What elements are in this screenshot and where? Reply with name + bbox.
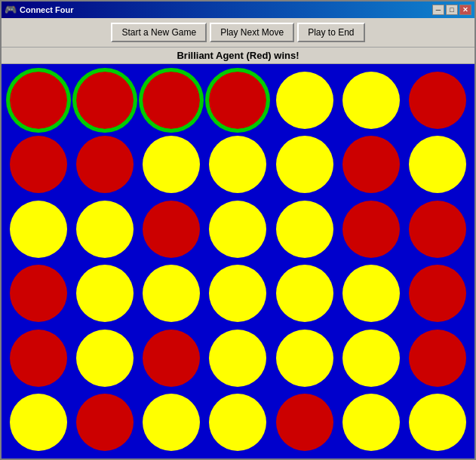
cell-4-3[interactable] xyxy=(207,328,269,388)
cell-2-1[interactable] xyxy=(74,199,136,259)
disc-5-2 xyxy=(143,394,200,451)
cell-5-0[interactable] xyxy=(8,393,69,453)
disc-2-2 xyxy=(143,201,200,258)
close-button[interactable]: ✕ xyxy=(459,5,471,15)
disc-2-0 xyxy=(10,201,67,258)
disc-5-0 xyxy=(10,394,67,451)
cell-2-5[interactable] xyxy=(340,199,402,259)
disc-4-4 xyxy=(276,330,333,387)
disc-5-4 xyxy=(276,394,333,451)
disc-4-5 xyxy=(342,330,400,387)
disc-2-4 xyxy=(276,201,333,258)
disc-4-2 xyxy=(143,330,200,387)
disc-2-3 xyxy=(209,201,266,258)
cell-1-4[interactable] xyxy=(274,135,336,195)
cell-0-6[interactable] xyxy=(407,70,468,130)
game-board-container xyxy=(2,64,474,458)
maximize-button[interactable]: □ xyxy=(446,5,458,15)
status-message: Brilliant Agent (Red) wins! xyxy=(177,50,299,61)
disc-4-3 xyxy=(209,330,266,387)
disc-1-3 xyxy=(209,136,266,193)
disc-1-6 xyxy=(409,136,466,193)
cell-2-4[interactable] xyxy=(274,199,336,259)
cell-2-6[interactable] xyxy=(407,199,468,259)
toolbar: Start a New Game Play Next Move Play to … xyxy=(2,18,474,48)
disc-3-2 xyxy=(143,265,200,322)
disc-0-5 xyxy=(342,72,400,129)
title-bar-left: 🎮 Connect Four xyxy=(5,4,74,16)
disc-3-5 xyxy=(342,265,400,322)
cell-3-1[interactable] xyxy=(74,264,136,324)
title-bar-controls: ─ □ ✕ xyxy=(432,5,471,15)
cell-4-6[interactable] xyxy=(407,328,468,388)
minimize-button[interactable]: ─ xyxy=(432,5,444,15)
disc-0-2 xyxy=(143,72,200,129)
main-window: 🎮 Connect Four ─ □ ✕ Start a New Game Pl… xyxy=(0,0,476,460)
disc-4-0 xyxy=(10,330,67,387)
cell-3-3[interactable] xyxy=(207,264,269,324)
disc-5-6 xyxy=(409,394,466,451)
cell-4-2[interactable] xyxy=(140,328,202,388)
disc-3-4 xyxy=(276,265,333,322)
cell-1-1[interactable] xyxy=(74,135,136,195)
disc-3-6 xyxy=(409,265,466,322)
disc-1-0 xyxy=(10,136,67,193)
disc-2-1 xyxy=(76,201,134,258)
cell-3-5[interactable] xyxy=(340,264,402,324)
app-icon: 🎮 xyxy=(5,4,17,16)
cell-1-3[interactable] xyxy=(207,135,269,195)
cell-1-5[interactable] xyxy=(340,135,402,195)
disc-3-0 xyxy=(10,265,67,322)
cell-0-1[interactable] xyxy=(74,70,136,130)
disc-0-3 xyxy=(209,72,266,129)
cell-2-2[interactable] xyxy=(140,199,202,259)
cell-5-3[interactable] xyxy=(207,393,269,453)
disc-0-6 xyxy=(409,72,466,129)
cell-0-5[interactable] xyxy=(340,70,402,130)
disc-1-4 xyxy=(276,136,333,193)
status-bar: Brilliant Agent (Red) wins! xyxy=(2,48,474,64)
cell-5-1[interactable] xyxy=(74,393,136,453)
cell-3-4[interactable] xyxy=(274,264,336,324)
disc-2-5 xyxy=(342,201,400,258)
disc-2-6 xyxy=(409,201,466,258)
cell-2-0[interactable] xyxy=(8,199,69,259)
cell-0-2[interactable] xyxy=(140,70,202,130)
play-end-button[interactable]: Play to End xyxy=(297,23,364,42)
cell-1-0[interactable] xyxy=(8,135,69,195)
cell-3-0[interactable] xyxy=(8,264,69,324)
disc-0-0 xyxy=(10,72,67,129)
cell-2-3[interactable] xyxy=(207,199,269,259)
play-next-button[interactable]: Play Next Move xyxy=(210,23,294,42)
disc-5-5 xyxy=(342,394,400,451)
disc-1-1 xyxy=(76,136,134,193)
disc-1-5 xyxy=(342,136,400,193)
cell-5-4[interactable] xyxy=(274,393,336,453)
cell-0-0[interactable] xyxy=(8,70,69,130)
new-game-button[interactable]: Start a New Game xyxy=(111,23,207,42)
cell-5-2[interactable] xyxy=(140,393,202,453)
disc-4-1 xyxy=(76,330,134,387)
game-board xyxy=(8,70,468,452)
cell-1-2[interactable] xyxy=(140,135,202,195)
disc-0-1 xyxy=(76,72,134,129)
cell-5-6[interactable] xyxy=(407,393,468,453)
cell-4-0[interactable] xyxy=(8,328,69,388)
disc-4-6 xyxy=(409,330,466,387)
disc-5-3 xyxy=(209,394,266,451)
disc-5-1 xyxy=(76,394,134,451)
cell-1-6[interactable] xyxy=(407,135,468,195)
title-bar: 🎮 Connect Four ─ □ ✕ xyxy=(2,2,474,18)
cell-4-1[interactable] xyxy=(74,328,136,388)
cell-0-4[interactable] xyxy=(274,70,336,130)
disc-0-4 xyxy=(276,72,333,129)
cell-3-6[interactable] xyxy=(407,264,468,324)
disc-3-3 xyxy=(209,265,266,322)
cell-0-3[interactable] xyxy=(207,70,269,130)
cell-4-4[interactable] xyxy=(274,328,336,388)
cell-3-2[interactable] xyxy=(140,264,202,324)
window-title: Connect Four xyxy=(20,5,74,14)
cell-4-5[interactable] xyxy=(340,328,402,388)
disc-3-1 xyxy=(76,265,134,322)
cell-5-5[interactable] xyxy=(340,393,402,453)
